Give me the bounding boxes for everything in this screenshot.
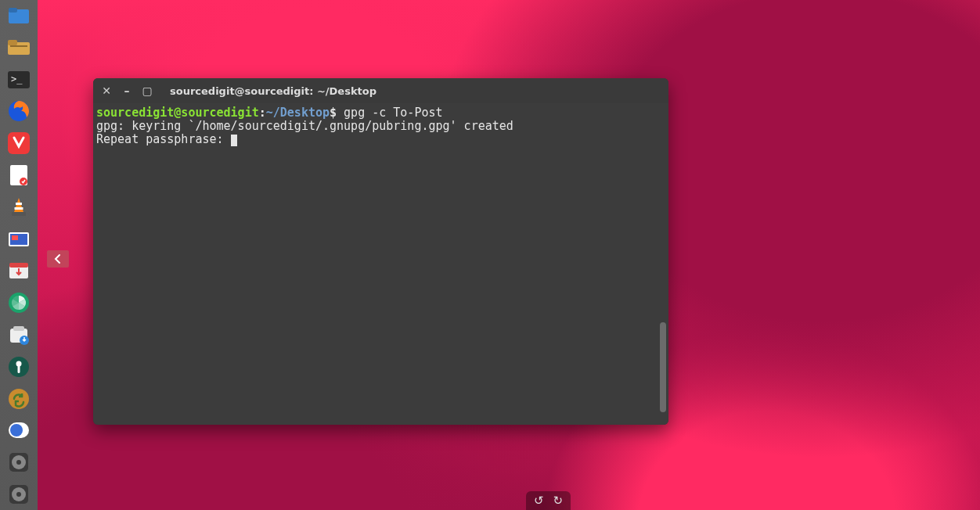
tweaks-icon[interactable] bbox=[3, 415, 34, 447]
svg-rect-18 bbox=[9, 263, 28, 268]
shutter-icon[interactable] bbox=[3, 287, 34, 318]
svg-rect-1 bbox=[9, 8, 17, 13]
disc-icon-2[interactable] bbox=[3, 479, 34, 510]
files-icon[interactable] bbox=[3, 0, 34, 31]
svg-point-34 bbox=[16, 492, 21, 497]
software-updater-icon[interactable] bbox=[3, 256, 34, 287]
svg-rect-13 bbox=[12, 212, 26, 216]
prompt-path: ~/Desktop bbox=[266, 106, 330, 120]
svg-rect-11 bbox=[16, 203, 22, 205]
settings-gear-icon[interactable] bbox=[3, 351, 34, 382]
svg-rect-4 bbox=[10, 45, 27, 47]
prompt-dollar: $ bbox=[330, 106, 337, 120]
firefox-icon[interactable] bbox=[3, 95, 34, 127]
svg-text:>_: >_ bbox=[11, 74, 23, 84]
svg-rect-16 bbox=[12, 235, 18, 240]
bottom-controls: ↺ ↻ bbox=[526, 491, 571, 510]
minimize-icon[interactable]: – bbox=[121, 85, 132, 96]
reveal-arrow[interactable] bbox=[47, 250, 69, 268]
vivaldi-icon[interactable] bbox=[3, 128, 34, 159]
terminal-cursor bbox=[231, 135, 237, 146]
undo-icon[interactable]: ↺ bbox=[534, 494, 544, 508]
terminal-output-line: gpg: keyring `/home/sourcedigit/.gnupg/p… bbox=[96, 119, 513, 133]
scrollbar-thumb[interactable] bbox=[660, 322, 666, 412]
terminal-title: sourcedigit@sourcedigit: ~/Desktop bbox=[170, 85, 377, 97]
svg-rect-8 bbox=[8, 132, 30, 154]
close-icon[interactable]: ✕ bbox=[101, 85, 112, 96]
vlc-icon[interactable] bbox=[3, 192, 34, 223]
svg-point-31 bbox=[16, 460, 21, 465]
svg-rect-12 bbox=[15, 207, 23, 210]
file-manager-icon[interactable] bbox=[3, 32, 34, 63]
terminal-body[interactable]: sourcedigit@sourcedigit:~/Desktop$ gpg -… bbox=[93, 103, 668, 425]
disc-icon-1[interactable] bbox=[3, 447, 34, 478]
redo-icon[interactable]: ↻ bbox=[553, 494, 564, 508]
terminal-prompt2: Repeat passphrase: bbox=[96, 132, 231, 146]
terminal-titlebar[interactable]: ✕ – ▢ sourcedigit@sourcedigit: ~/Desktop bbox=[93, 78, 668, 103]
svg-rect-3 bbox=[8, 40, 17, 45]
terminal-icon[interactable]: >_ bbox=[3, 64, 34, 95]
dock: >_ bbox=[0, 0, 38, 510]
screenshot-icon[interactable] bbox=[3, 224, 34, 255]
terminal-command: gpg -c To-Post bbox=[337, 106, 442, 120]
software-install-icon[interactable] bbox=[3, 319, 34, 350]
prompt-user: sourcedigit@sourcedigit bbox=[96, 106, 259, 120]
notes-icon[interactable] bbox=[3, 160, 34, 191]
sync-icon[interactable] bbox=[3, 383, 34, 415]
svg-rect-21 bbox=[13, 326, 24, 331]
prompt-colon: : bbox=[259, 106, 266, 120]
terminal-window: ✕ – ▢ sourcedigit@sourcedigit: ~/Desktop… bbox=[93, 78, 668, 425]
svg-point-28 bbox=[10, 424, 23, 436]
svg-rect-25 bbox=[18, 365, 20, 373]
maximize-icon[interactable]: ▢ bbox=[142, 85, 153, 96]
